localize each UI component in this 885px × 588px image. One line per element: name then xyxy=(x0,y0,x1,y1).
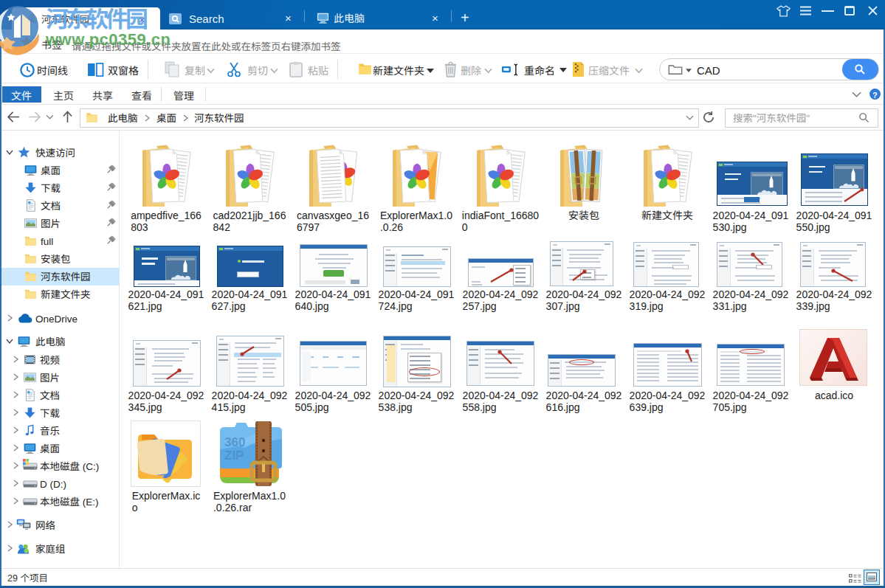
svg-text:360: 360 xyxy=(224,435,245,449)
svg-text:ZIP: ZIP xyxy=(224,449,244,463)
